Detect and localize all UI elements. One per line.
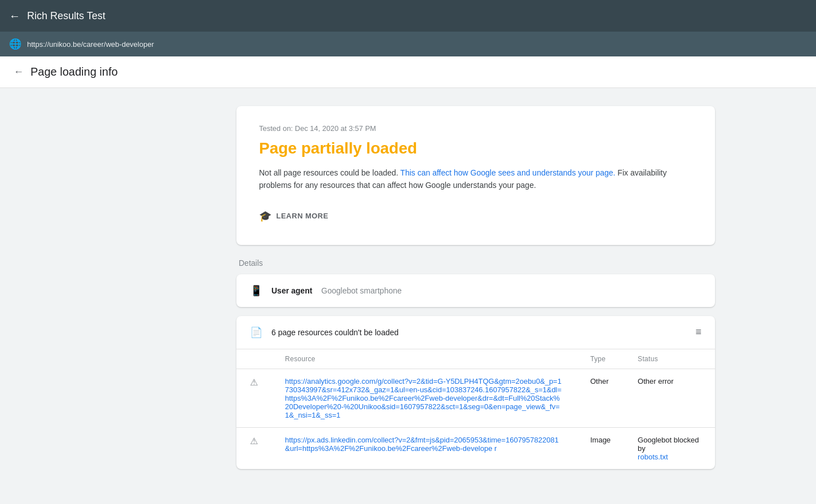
details-label: Details (236, 258, 715, 268)
status-value: Googlebot blocked byrobots.txt (638, 436, 699, 461)
resource-url[interactable]: https://analytics.google.com/g/collect?v… (285, 377, 563, 419)
resource-col-header: Resource (271, 349, 577, 369)
resources-header-left: 📄 6 page resources couldn't be loaded (250, 326, 398, 339)
type-value: Other (590, 377, 609, 385)
robots-link[interactable]: robots.txt (638, 453, 668, 461)
status-cell: Other error (624, 369, 715, 427)
resource-icon-col-header (236, 349, 271, 369)
book-icon: 🎓 (259, 210, 272, 222)
status-description: Not all page resources could be loaded. … (259, 166, 692, 192)
resources-title: 6 page resources couldn't be loaded (271, 328, 398, 337)
resource-url[interactable]: https://px.ads.linkedin.com/collect?v=2&… (285, 436, 563, 453)
type-cell: Image (577, 427, 624, 469)
status-value: Other error (638, 377, 674, 385)
status-col-header: Status (624, 349, 715, 369)
page-title: Page loading info (30, 65, 118, 78)
page-header: ← Page loading info (0, 56, 816, 88)
main-content: Tested on: Dec 14, 2020 at 3:57 PM Page … (69, 88, 747, 496)
warning-icon: ⚠ (250, 436, 258, 446)
user-agent-value: Googlebot smartphone (321, 286, 401, 295)
document-icon: 📄 (250, 326, 262, 339)
page-back-arrow[interactable]: ← (14, 66, 24, 78)
warning-icon: ⚠ (250, 378, 258, 387)
status-cell: Googlebot blocked byrobots.txt (624, 427, 715, 469)
user-agent-label: User agent (271, 286, 312, 295)
user-agent-row: 📱 User agent Googlebot smartphone (236, 274, 715, 307)
nav-back-icon[interactable]: ← (9, 10, 20, 23)
resource-url-cell: https://analytics.google.com/g/collect?v… (271, 369, 577, 427)
user-agent-card: 📱 User agent Googlebot smartphone (236, 274, 715, 307)
warning-icon-cell: ⚠ (236, 427, 271, 469)
description-text: Not all page resources could be loaded. (259, 168, 400, 177)
url-text: https://unikoo.be/career/web-developer (27, 40, 154, 49)
table-row: ⚠ https://analytics.google.com/g/collect… (236, 369, 715, 427)
details-section: Details 📱 User agent Googlebot smartphon… (236, 258, 715, 469)
resources-table: Resource Type Status ⚠ https://analytics… (236, 349, 715, 469)
type-value: Image (590, 436, 611, 444)
resources-card: 📄 6 page resources couldn't be loaded ≡ … (236, 316, 715, 469)
table-row: ⚠ https://px.ads.linkedin.com/collect?v=… (236, 427, 715, 469)
description-link[interactable]: This can affect how Google sees and unde… (400, 168, 615, 177)
status-title: Page partially loaded (259, 139, 692, 157)
test-date: Tested on: Dec 14, 2020 at 3:57 PM (259, 124, 692, 133)
info-card: Tested on: Dec 14, 2020 at 3:57 PM Page … (236, 106, 715, 245)
url-bar: 🌐 https://unikoo.be/career/web-developer (0, 32, 816, 56)
learn-more-label: LEARN MORE (277, 212, 328, 220)
warning-icon-cell: ⚠ (236, 369, 271, 427)
nav-title: Rich Results Test (27, 10, 106, 22)
resources-header: 📄 6 page resources couldn't be loaded ≡ (236, 316, 715, 349)
filter-icon[interactable]: ≡ (695, 326, 701, 338)
learn-more-button[interactable]: 🎓 LEARN MORE (259, 205, 328, 227)
type-cell: Other (577, 369, 624, 427)
resource-url-cell: https://px.ads.linkedin.com/collect?v=2&… (271, 427, 577, 469)
top-nav: ← Rich Results Test (0, 0, 816, 32)
globe-icon: 🌐 (9, 38, 21, 50)
table-header-row: Resource Type Status (236, 349, 715, 369)
type-col-header: Type (577, 349, 624, 369)
phone-icon: 📱 (250, 284, 262, 297)
